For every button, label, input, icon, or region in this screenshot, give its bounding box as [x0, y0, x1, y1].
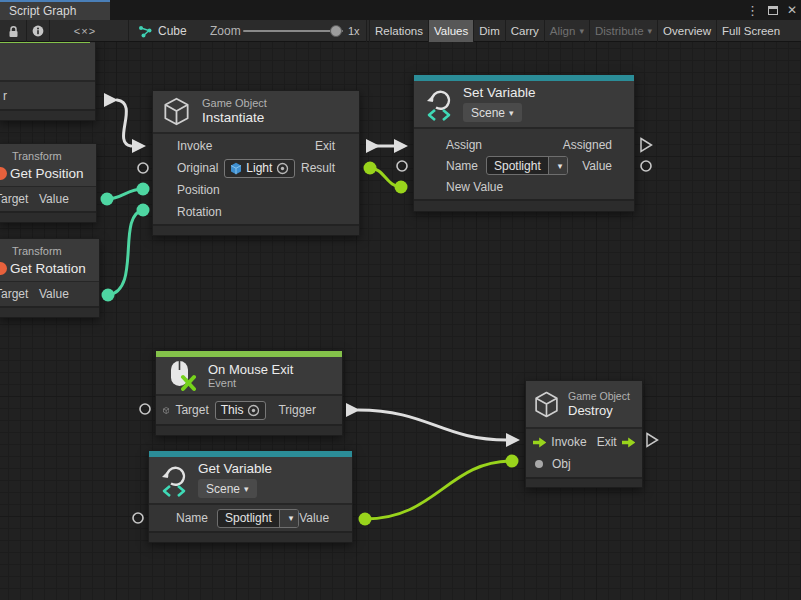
graph-breadcrumb[interactable]: Cube: [138, 20, 187, 42]
setvariable-assign-port[interactable]: [394, 139, 408, 153]
tab-script-graph[interactable]: Script Graph: [0, 0, 110, 20]
value-port-label: Value: [582, 159, 612, 173]
align-button[interactable]: Align: [544, 20, 589, 42]
set-variable-node[interactable]: Set Variable Scene Assign Assigned Name …: [413, 74, 635, 212]
original-port-label: Original: [177, 161, 218, 175]
zoom-slider-track[interactable]: [243, 30, 343, 32]
overview-button[interactable]: Overview: [657, 20, 716, 42]
graph-icon: [138, 25, 152, 38]
object-picker-icon[interactable]: [276, 162, 289, 175]
window-controls: ⋮ ✕: [746, 0, 797, 20]
wire-getposition-to-position[interactable]: [107, 189, 143, 199]
flow-out-arrow-icon: [622, 437, 635, 448]
dropdown-caret-icon: [279, 510, 299, 527]
rotation-port-label: Rotation: [177, 205, 222, 219]
values-button[interactable]: Values: [428, 20, 473, 42]
getrotation-value-port[interactable]: [102, 289, 115, 302]
setvariable-newvalue-port[interactable]: [395, 181, 408, 194]
wire-getvariable-to-obj[interactable]: [365, 461, 512, 519]
mouseexit-target-port[interactable]: [140, 404, 150, 414]
variable-icon: [158, 462, 190, 498]
wire-trigger-to-destroy-invoke[interactable]: [358, 410, 507, 440]
gameobject-cube-icon: [163, 402, 169, 419]
node-category: Transform: [12, 151, 84, 162]
node-title: Get Variable: [198, 462, 272, 476]
zoom-label: Zoom: [210, 20, 241, 42]
instantiate-result-port[interactable]: [364, 162, 377, 175]
getvariable-value-port[interactable]: [359, 513, 372, 526]
fullscreen-button[interactable]: Full Screen: [716, 20, 785, 42]
variable-name-dropdown[interactable]: Spotlight: [217, 509, 299, 528]
instantiate-original-port[interactable]: [138, 163, 148, 173]
lock-icon[interactable]: [5, 20, 22, 42]
window-menu-icon[interactable]: ⋮: [746, 4, 759, 17]
result-port-label: Result: [301, 161, 335, 175]
instantiate-node[interactable]: Game Object Instantiate Invoke Exit Orig…: [152, 90, 360, 236]
name-port-label: Name: [176, 511, 208, 525]
node-footer: [0, 306, 99, 317]
invoke-port-label: Invoke: [551, 435, 586, 449]
node-footer: [149, 531, 352, 542]
node-footer: [414, 199, 634, 211]
invoke-port-label: Invoke: [177, 139, 212, 153]
instantiate-rotation-port[interactable]: [137, 204, 150, 217]
variable-scope-dropdown[interactable]: Scene: [198, 479, 257, 498]
dim-button[interactable]: Dim: [473, 20, 504, 42]
carry-button[interactable]: Carry: [505, 20, 544, 42]
game-object-cube-icon: [163, 97, 190, 126]
variable-scope-dropdown[interactable]: Scene: [463, 103, 522, 122]
game-object-cube-icon: [534, 391, 559, 418]
instantiate-position-port[interactable]: [137, 183, 150, 196]
get-variable-node[interactable]: Get Variable Scene Name Spotlight Value: [148, 450, 353, 543]
maximize-icon[interactable]: [768, 6, 778, 15]
code-view-icon[interactable]: <×>: [70, 20, 100, 42]
distribute-button[interactable]: Distribute: [589, 20, 657, 42]
graph-canvas[interactable]: r Transform Get Position Target Value: [0, 42, 801, 600]
instantiate-invoke-port[interactable]: [132, 139, 146, 153]
setvariable-name-port[interactable]: [397, 161, 407, 171]
gameobject-value-icon: [230, 162, 242, 175]
destroy-exit-port[interactable]: [647, 434, 658, 447]
value-port-label: Value: [39, 192, 69, 206]
original-object-field[interactable]: Light: [224, 159, 295, 178]
variable-name-dropdown[interactable]: Spotlight: [486, 156, 568, 175]
graph-name: Cube: [158, 24, 187, 38]
relations-button[interactable]: Relations: [369, 20, 428, 42]
tab-title: Script Graph: [9, 4, 76, 18]
setvariable-assigned-port[interactable]: [641, 139, 652, 152]
obj-value-dot-icon: [535, 460, 543, 468]
node-category: Game Object: [202, 98, 267, 109]
wires-overlay: [0, 42, 801, 600]
close-icon[interactable]: ✕: [787, 4, 797, 16]
destroy-obj-port[interactable]: [506, 455, 519, 468]
wire-result-to-newvalue[interactable]: [370, 168, 401, 187]
destroy-node[interactable]: Game Object Destroy Invoke Exit: [525, 380, 643, 488]
zoom-slider-handle[interactable]: [330, 25, 342, 37]
getposition-value-port[interactable]: [101, 193, 114, 206]
get-position-node[interactable]: Transform Get Position Target Value: [0, 143, 97, 223]
instantiate-exit-port[interactable]: [366, 139, 380, 153]
target-object-field[interactable]: This: [215, 401, 267, 420]
getvariable-name-port[interactable]: [133, 513, 143, 523]
target-port-label: Target: [0, 287, 28, 301]
object-picker-icon[interactable]: [247, 404, 260, 417]
mouse-exit-icon: [166, 360, 196, 392]
variable-name-value: Spotlight: [218, 511, 279, 525]
get-rotation-node[interactable]: Transform Get Rotation Target Value: [0, 238, 100, 318]
mouseexit-trigger-port[interactable]: [346, 403, 360, 417]
destroy-invoke-port[interactable]: [506, 433, 520, 447]
node-title: Set Variable: [463, 86, 536, 100]
dropdown-caret-icon: [548, 157, 568, 174]
node-title: Instantiate: [202, 111, 267, 125]
assigned-port-label: Assigned: [563, 138, 612, 152]
partial-event-node[interactable]: r: [0, 42, 96, 121]
setvariable-value-port[interactable]: [641, 161, 651, 171]
wire-trigger-to-invoke[interactable]: [117, 100, 131, 146]
wire-getrotation-to-rotation[interactable]: [108, 210, 143, 295]
info-icon[interactable]: [29, 20, 46, 42]
zoom-value: 1x: [348, 20, 360, 42]
node-category: Transform: [12, 246, 86, 257]
node-footer: [526, 477, 642, 487]
on-mouse-exit-node[interactable]: On Mouse Exit Event Target This Trigg: [155, 350, 343, 436]
partial-event-output-port[interactable]: [104, 93, 118, 107]
